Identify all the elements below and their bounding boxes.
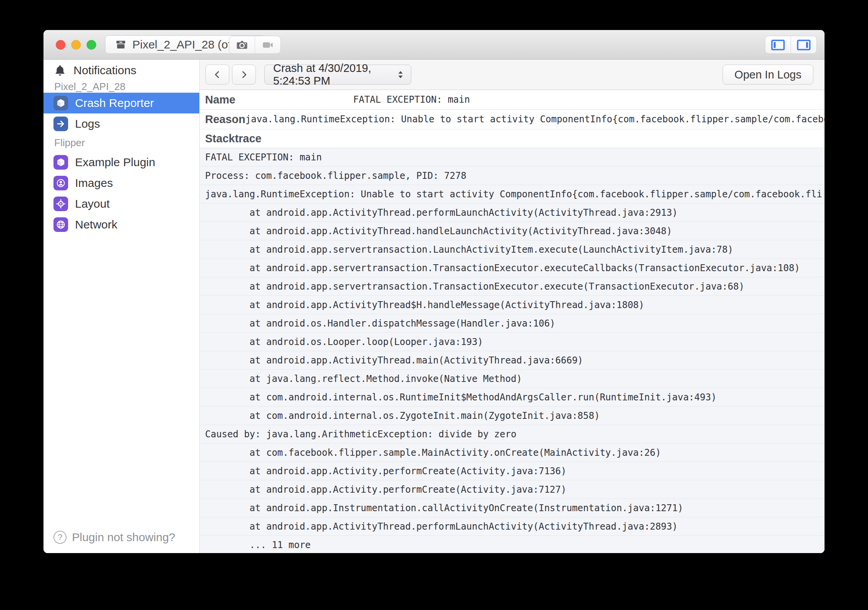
crash-name-label: Name	[205, 93, 235, 106]
sidebar-item-label: Layout	[75, 197, 110, 210]
stacktrace-row: java.lang.RuntimeException: Unable to st…	[200, 185, 825, 203]
bell-icon	[53, 64, 67, 77]
stacktrace-row: at android.app.servertransaction.Transac…	[200, 259, 825, 277]
sidebar-item-network[interactable]: Network	[43, 214, 199, 235]
open-in-logs-label: Open In Logs	[734, 68, 801, 81]
stacktrace-row: at android.app.ActivityThread.main(Activ…	[200, 351, 825, 370]
crash-select-dropdown[interactable]: Crash at 4/30/2019, 5:24:53 PM	[264, 65, 411, 85]
stacktrace-row: at com.facebook.flipper.sample.MainActiv…	[200, 443, 825, 462]
arrow-right-icon	[53, 117, 68, 131]
stacktrace-row: at android.app.ActivityThread.performLau…	[200, 203, 825, 222]
toggle-right-sidebar-button[interactable]	[791, 36, 816, 53]
traffic-lights	[56, 30, 96, 59]
crash-name-row: Name FATAL EXCEPTION: main	[200, 90, 825, 110]
stacktrace-row: at com.android.internal.os.RuntimeInit$M…	[200, 388, 825, 407]
video-camera-icon	[261, 38, 274, 52]
target-icon	[53, 197, 68, 211]
stacktrace-list: FATAL EXCEPTION: mainProcess: com.facebo…	[200, 148, 825, 553]
archive-box-icon	[115, 38, 127, 51]
sidebar-item-label: Example Plugin	[75, 156, 155, 169]
sidebar-item-label: Images	[75, 177, 113, 190]
panel-left-icon	[771, 39, 785, 51]
screenshot-button[interactable]	[229, 36, 255, 53]
stacktrace-row: at android.app.Activity.performCreate(Ac…	[200, 480, 825, 499]
stacktrace-label: Stacktrace	[205, 132, 262, 145]
stacktrace-row: at android.app.ActivityThread.handleLaun…	[200, 222, 825, 240]
globe-icon	[53, 217, 68, 232]
sidebar-item-label: Crash Reporter	[75, 97, 154, 110]
plugin-help-link[interactable]: ? Plugin not showing?	[53, 531, 175, 544]
screen-record-button[interactable]	[255, 36, 280, 53]
updown-arrows-icon	[396, 69, 405, 80]
crash-reason-value: java.lang.RuntimeException: Unable to st…	[245, 114, 825, 125]
cube-icon	[53, 96, 68, 110]
stacktrace-row: ... 11 more	[200, 536, 825, 553]
sidebar-item-images[interactable]: Images	[43, 173, 199, 193]
minimize-window-button[interactable]	[71, 40, 81, 50]
stacktrace-row: at android.app.servertransaction.Transac…	[200, 277, 825, 296]
stacktrace-row: FATAL EXCEPTION: main	[200, 148, 825, 167]
crash-reason-row: Reason java.lang.RuntimeException: Unabl…	[200, 110, 825, 129]
stacktrace-row: at android.os.Looper.loop(Looper.java:19…	[200, 333, 825, 351]
zoom-window-button[interactable]	[87, 40, 96, 50]
sidebar-item-layout[interactable]: Layout	[43, 193, 199, 214]
stacktrace-header-row: Stacktrace	[200, 129, 825, 148]
close-window-button[interactable]	[56, 40, 65, 50]
stacktrace-row: at com.android.internal.os.ZygoteInit.ma…	[200, 407, 825, 425]
sidebar-item-notifications[interactable]: Notifications	[43, 60, 199, 81]
titlebar: Pixel_2_API_28 (offline)	[43, 30, 825, 60]
sidebar-item-label: Network	[75, 218, 117, 231]
toggle-left-sidebar-button[interactable]	[765, 36, 791, 53]
question-circle-icon: ?	[53, 531, 67, 544]
camera-icon	[235, 38, 249, 52]
open-in-logs-button[interactable]: Open In Logs	[723, 65, 813, 85]
cube-icon	[53, 155, 68, 170]
panel-toggle-group	[765, 36, 817, 54]
panel-right-icon	[797, 39, 811, 51]
stacktrace-row: at android.app.ActivityThread.performLau…	[200, 517, 825, 536]
chevron-left-icon	[212, 70, 222, 80]
crash-details: Name FATAL EXCEPTION: main Reason java.l…	[200, 90, 825, 553]
sidebar-item-logs[interactable]: Logs	[43, 113, 199, 134]
flipper-window: Pixel_2_API_28 (offline)	[43, 30, 825, 553]
sidebar: Notifications Pixel_2_API_28 Crash Repor…	[43, 60, 200, 553]
sidebar-section-device: Pixel_2_API_28	[43, 81, 199, 93]
stacktrace-row: at android.os.Handler.dispatchMessage(Ha…	[200, 314, 825, 333]
capture-button-group	[229, 36, 281, 54]
main-panel: Crash at 4/30/2019, 5:24:53 PM Open In L…	[200, 60, 825, 553]
crash-toolbar: Crash at 4/30/2019, 5:24:53 PM Open In L…	[200, 60, 825, 90]
user-circle-icon	[53, 176, 68, 190]
crash-name-value: FATAL EXCEPTION: main	[353, 94, 470, 105]
sidebar-item-label: Logs	[75, 117, 100, 130]
previous-crash-button[interactable]	[205, 65, 229, 85]
sidebar-item-crash-reporter[interactable]: Crash Reporter	[43, 93, 199, 113]
stacktrace-row: at java.lang.reflect.Method.invoke(Nativ…	[200, 370, 825, 388]
crash-select-value: Crash at 4/30/2019, 5:24:53 PM	[273, 62, 396, 87]
next-crash-button[interactable]	[232, 65, 256, 85]
sidebar-section-flipper: Flipper	[43, 134, 199, 152]
stacktrace-row: Caused by: java.lang.ArithmeticException…	[200, 425, 825, 443]
crash-reason-label: Reason	[205, 113, 245, 126]
stacktrace-row: at android.app.Activity.performCreate(Ac…	[200, 462, 825, 480]
chevron-right-icon	[239, 70, 249, 80]
stacktrace-row: at android.app.servertransaction.LaunchA…	[200, 240, 825, 259]
stacktrace-row: at android.app.ActivityThread$H.handleMe…	[200, 296, 825, 314]
stacktrace-row: at android.app.Instrumentation.callActiv…	[200, 499, 825, 517]
stacktrace-row: Process: com.facebook.flipper.sample, PI…	[200, 167, 825, 185]
sidebar-item-example-plugin[interactable]: Example Plugin	[43, 152, 199, 173]
plugin-help-label: Plugin not showing?	[72, 531, 175, 544]
sidebar-item-label: Notifications	[73, 64, 136, 77]
